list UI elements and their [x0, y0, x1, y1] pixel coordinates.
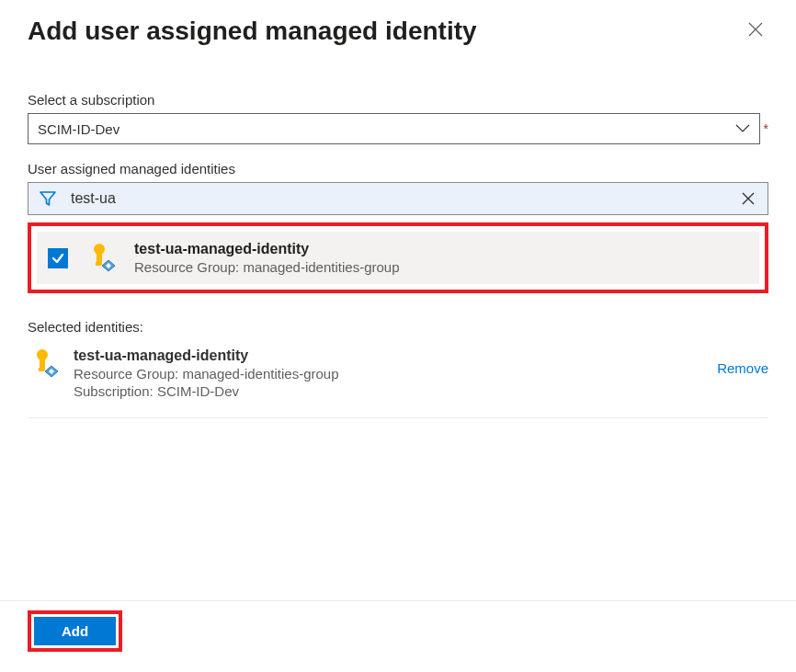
page-title: Add user assigned managed identity [28, 17, 477, 46]
filter-row [28, 182, 768, 215]
filter-icon [28, 183, 67, 214]
subscription-select[interactable]: SCIM-ID-Dev [28, 113, 760, 144]
selected-resource-group: Resource Group: managed-identities-group [74, 366, 704, 382]
remove-link[interactable]: Remove [717, 360, 768, 376]
clear-filter-icon[interactable] [729, 183, 768, 214]
chevron-down-icon [735, 124, 750, 133]
add-button[interactable]: Add [34, 617, 116, 645]
managed-identity-icon [85, 242, 118, 275]
subscription-label: Select a subscription [28, 92, 768, 108]
selected-subscription: Subscription: SCIM-ID-Dev [74, 383, 704, 399]
result-resource-group: Resource Group: managed-identities-group [134, 259, 400, 275]
selected-identity-row: test-ua-managed-identity Resource Group:… [28, 347, 768, 418]
filter-input[interactable] [67, 183, 729, 214]
identity-checkbox[interactable] [48, 248, 68, 268]
close-icon[interactable] [743, 17, 768, 45]
add-highlight-box: Add [28, 610, 122, 652]
svg-rect-5 [39, 368, 43, 371]
required-indicator: * [764, 121, 768, 136]
selected-identities-heading: Selected identities: [28, 319, 768, 335]
svg-rect-2 [96, 262, 100, 266]
identity-result-row[interactable]: test-ua-managed-identity Resource Group:… [37, 232, 759, 284]
identities-label: User assigned managed identities [28, 161, 768, 177]
subscription-value: SCIM-ID-Dev [38, 121, 119, 137]
result-name: test-ua-managed-identity [134, 241, 400, 257]
result-highlight-box: test-ua-managed-identity Resource Group:… [28, 222, 768, 293]
managed-identity-icon [28, 347, 61, 381]
selected-name: test-ua-managed-identity [74, 347, 704, 364]
